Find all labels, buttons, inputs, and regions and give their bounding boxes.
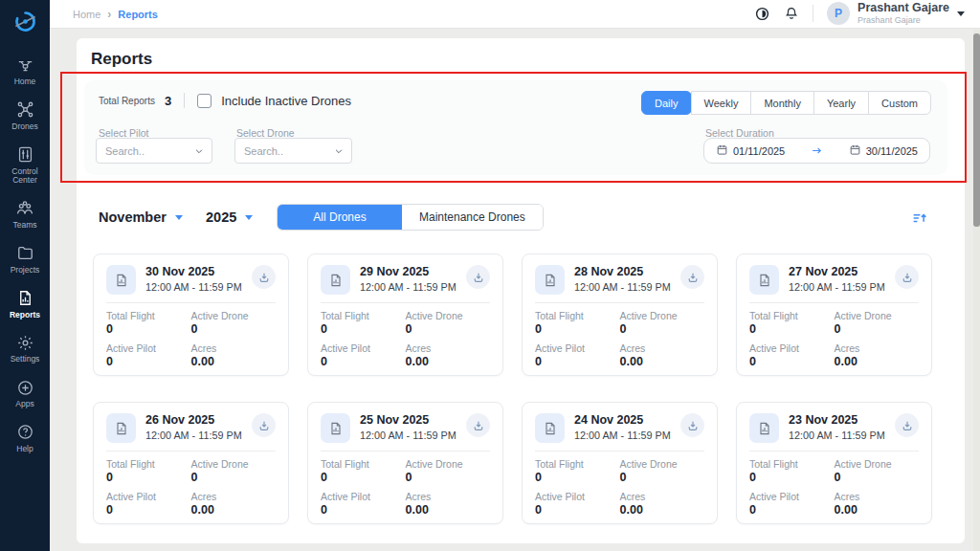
stat-acres: Acres0.00	[620, 491, 705, 517]
download-icon[interactable]	[252, 413, 276, 437]
chevron-right-icon: ›	[107, 8, 111, 21]
include-inactive-checkbox[interactable]	[197, 94, 212, 108]
stat-active-drone: Active Drone0	[620, 310, 705, 336]
report-card[interactable]: 24 Nov 2025 12:00 AM - 11:59 PM Total Fl…	[522, 402, 718, 524]
stat-active-drone: Active Drone0	[835, 458, 920, 484]
user-menu[interactable]: P Prashant Gajare Prashant Gajare	[827, 2, 965, 26]
pilot-search-input[interactable]	[105, 145, 194, 157]
date-to-value: 30/11/2025	[866, 145, 918, 157]
breadcrumb-reports[interactable]: Reports	[118, 9, 158, 20]
stat-acres: Acres0.00	[406, 342, 491, 368]
sidebar-item-control-center[interactable]: Control Center	[0, 141, 50, 191]
report-date: 25 Nov 2025	[360, 413, 457, 427]
sidebar-nav: Home Drones Control Center Teams Project…	[0, 51, 50, 459]
vertical-divider	[184, 93, 185, 108]
scrollbar-track[interactable]	[973, 30, 980, 551]
topbar-actions: P Prashant Gajare Prashant Gajare	[754, 2, 980, 26]
home-drone-icon	[15, 55, 34, 75]
app-logo-icon[interactable]	[9, 5, 41, 37]
stat-active-pilot: Active Pilot0	[535, 491, 620, 517]
view-tab-all-drones[interactable]: All Drones	[278, 205, 402, 230]
theme-contrast-icon[interactable]	[754, 6, 770, 22]
sidebar-item-apps[interactable]: Apps	[0, 373, 50, 414]
period-tab-yearly[interactable]: Yearly	[813, 91, 869, 115]
download-icon[interactable]	[680, 413, 704, 437]
select-pilot-dropdown[interactable]	[96, 138, 212, 164]
question-circle-icon	[15, 423, 34, 442]
download-icon[interactable]	[466, 265, 490, 289]
report-card[interactable]: 30 Nov 2025 12:00 AM - 11:59 PM Total Fl…	[93, 253, 289, 376]
sidebar-item-reports[interactable]: Reports	[0, 284, 50, 325]
total-reports-value: 3	[165, 94, 171, 108]
sidebar-item-help[interactable]: Help	[0, 418, 50, 459]
people-icon	[15, 199, 34, 218]
month-value: November	[99, 209, 167, 225]
report-file-icon	[321, 413, 350, 443]
divider	[321, 302, 490, 303]
calendar-icon	[849, 143, 861, 158]
sidebar-item-home[interactable]: Home	[0, 51, 50, 92]
report-date: 28 Nov 2025	[574, 265, 671, 278]
plus-circle-icon	[15, 378, 34, 397]
scrollbar-thumb[interactable]	[973, 33, 980, 227]
filter-summary-row: Total Reports 3 Include Inactive Drones	[99, 93, 351, 108]
sort-icon[interactable]	[911, 209, 928, 231]
date-from-field[interactable]: 01/11/2025	[716, 143, 785, 158]
app-window: Reports Home Drones Control Center Teams	[0, 0, 980, 551]
report-card[interactable]: 23 Nov 2025 12:00 AM - 11:59 PM Total Fl…	[736, 402, 932, 524]
report-time-range: 12:00 AM - 11:59 PM	[789, 430, 885, 441]
stat-total-flight: Total Flight0	[321, 310, 406, 336]
stat-acres: Acres0.00	[620, 342, 705, 368]
report-card[interactable]: 27 Nov 2025 12:00 AM - 11:59 PM Total Fl…	[736, 253, 932, 376]
sidebar-item-teams[interactable]: Teams	[0, 194, 50, 235]
report-time-range: 12:00 AM - 11:59 PM	[574, 430, 671, 441]
month-select[interactable]: November	[99, 209, 183, 225]
total-reports-label: Total Reports	[99, 96, 155, 106]
stat-total-flight: Total Flight0	[106, 310, 191, 336]
divider	[535, 302, 704, 303]
download-icon[interactable]	[895, 265, 919, 289]
view-tab-maintenance-drones[interactable]: Maintenance Drones	[402, 205, 543, 230]
download-icon[interactable]	[680, 265, 704, 289]
period-tab-daily[interactable]: Daily	[641, 91, 691, 115]
period-tab-custom[interactable]: Custom	[868, 91, 931, 115]
stat-active-pilot: Active Pilot0	[535, 342, 620, 368]
page-title: Reports	[91, 50, 152, 69]
sidebar-item-settings[interactable]: Settings	[0, 328, 50, 369]
report-card[interactable]: 26 Nov 2025 12:00 AM - 11:59 PM Total Fl…	[93, 402, 289, 524]
include-inactive-label[interactable]: Include Inactive Drones	[221, 94, 351, 108]
divider	[749, 302, 919, 303]
arrow-right-icon	[811, 144, 823, 157]
chevron-down-icon	[334, 146, 344, 156]
stat-acres: Acres0.00	[406, 491, 491, 517]
select-drone-dropdown[interactable]	[234, 138, 352, 164]
divider	[106, 451, 276, 452]
report-card[interactable]: 25 Nov 2025 12:00 AM - 11:59 PM Total Fl…	[307, 402, 503, 524]
period-tabs: DailyWeeklyMonthlyYearlyCustom	[641, 91, 931, 115]
report-date: 30 Nov 2025	[145, 265, 242, 278]
report-card[interactable]: 29 Nov 2025 12:00 AM - 11:59 PM Total Fl…	[307, 253, 503, 376]
breadcrumb-home[interactable]: Home	[73, 9, 100, 20]
calendar-icon	[716, 143, 728, 158]
report-time-range: 12:00 AM - 11:59 PM	[360, 281, 457, 293]
divider	[321, 451, 490, 452]
report-date: 24 Nov 2025	[574, 413, 671, 427]
download-icon[interactable]	[895, 413, 919, 437]
sidebar-item-projects[interactable]: Projects	[0, 239, 50, 280]
download-icon[interactable]	[252, 265, 276, 289]
sliders-icon	[15, 145, 34, 165]
period-tab-monthly[interactable]: Monthly	[750, 91, 814, 115]
bell-icon[interactable]	[784, 6, 799, 21]
date-to-field[interactable]: 30/11/2025	[849, 143, 918, 158]
download-icon[interactable]	[466, 413, 490, 437]
period-tab-weekly[interactable]: Weekly	[691, 91, 752, 115]
year-select[interactable]: 2025	[206, 209, 253, 225]
report-card[interactable]: 28 Nov 2025 12:00 AM - 11:59 PM Total Fl…	[522, 253, 718, 376]
sidebar-item-drones[interactable]: Drones	[0, 96, 50, 137]
date-range-picker: 01/11/2025 30/11/2025	[703, 138, 930, 164]
divider	[749, 451, 919, 452]
drone-search-input[interactable]	[244, 145, 334, 157]
stat-active-pilot: Active Pilot0	[106, 491, 191, 517]
report-date: 29 Nov 2025	[360, 265, 457, 278]
stat-active-drone: Active Drone0	[191, 310, 277, 336]
